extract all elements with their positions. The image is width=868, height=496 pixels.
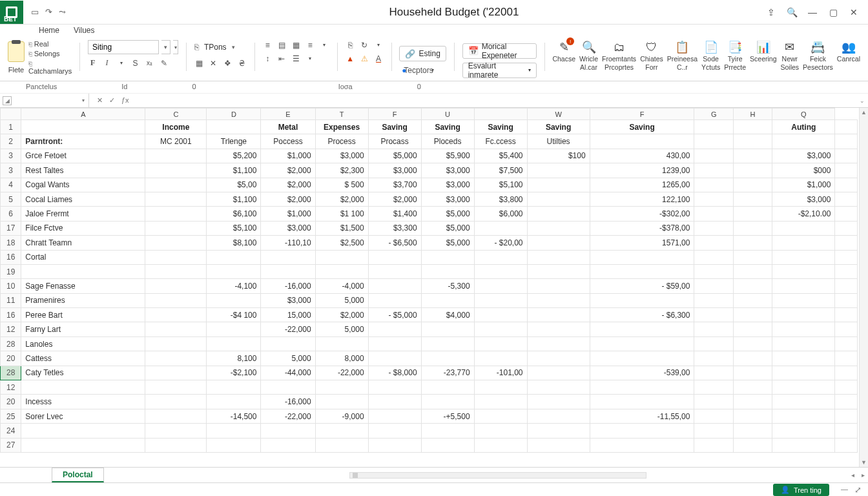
cell[interactable]: $3,000	[421, 192, 474, 206]
row-header[interactable]: 4	[1, 178, 21, 192]
cell[interactable]: $5,000	[421, 236, 474, 250]
cell[interactable]: $3,000	[261, 293, 315, 307]
cell[interactable]: $5,200	[207, 149, 261, 163]
cell[interactable]: $1,100	[207, 192, 261, 206]
highlight-button[interactable]: ✎	[159, 58, 169, 68]
cell[interactable]: $3,300	[368, 221, 421, 235]
cell[interactable]	[315, 438, 368, 452]
cell[interactable]: 5,000	[315, 322, 368, 336]
row-header[interactable]: 5	[1, 192, 21, 206]
warning-icon[interactable]: ▲	[346, 54, 355, 63]
cell[interactable]	[527, 293, 590, 307]
cell[interactable]	[207, 293, 261, 307]
align-drop-icon[interactable]: ▾	[320, 40, 329, 50]
cell[interactable]	[835, 250, 858, 264]
cell[interactable]: - $6,500	[368, 236, 421, 250]
cell[interactable]	[368, 395, 421, 409]
cell[interactable]: -$4 100	[207, 308, 261, 322]
cell[interactable]: $1,100	[207, 163, 261, 178]
cell[interactable]: 5,000	[315, 293, 368, 307]
cell[interactable]: 5,000	[261, 351, 315, 366]
cell[interactable]	[315, 250, 368, 264]
cell[interactable]	[421, 351, 474, 366]
cell[interactable]	[590, 424, 694, 438]
cell[interactable]	[207, 120, 261, 134]
cell[interactable]: - $59,00	[590, 279, 694, 293]
select-all-icon[interactable]: ◢	[3, 96, 12, 105]
cell[interactable]	[315, 380, 368, 395]
cell[interactable]	[527, 163, 590, 178]
cell[interactable]: Cocal Liames	[21, 192, 145, 206]
cell[interactable]	[694, 192, 733, 206]
cell[interactable]	[772, 279, 835, 293]
cell[interactable]: - $20,00	[474, 236, 527, 250]
wrap-drop-icon[interactable]: ▾	[305, 54, 315, 63]
cell[interactable]: -16,000	[261, 279, 315, 293]
cell[interactable]	[527, 250, 590, 264]
cell[interactable]: Rest Taltes	[21, 163, 145, 178]
cell[interactable]	[772, 322, 835, 336]
border-x-button[interactable]: ✕	[209, 58, 218, 68]
cell[interactable]	[694, 424, 733, 438]
cell[interactable]: Saving	[474, 120, 527, 134]
cell[interactable]	[835, 424, 858, 438]
cell[interactable]	[694, 438, 733, 452]
row-header[interactable]: 20	[1, 351, 21, 366]
indent-decrease-icon[interactable]: ⇤	[277, 54, 287, 63]
cell[interactable]	[368, 293, 421, 307]
cell[interactable]	[21, 264, 145, 278]
cell[interactable]	[772, 264, 835, 278]
cell[interactable]	[527, 264, 590, 278]
ribbon-command[interactable]: 📑TyirePrrecte	[724, 40, 746, 71]
cell[interactable]	[733, 178, 772, 192]
ribbon-command[interactable]: 🛡ChiatesForr	[640, 40, 663, 71]
format-icon[interactable]: ⎘	[194, 43, 199, 52]
fill-button[interactable]: ❖	[223, 58, 232, 68]
cell[interactable]	[207, 424, 261, 438]
cell[interactable]: Income	[145, 120, 207, 134]
cell[interactable]: Cogal Wants	[21, 178, 145, 192]
cell[interactable]	[474, 293, 527, 307]
cell[interactable]: Fc.ccess	[474, 134, 527, 149]
row-header[interactable]: 1	[1, 120, 21, 134]
cell[interactable]: Filce Fctve	[21, 221, 145, 235]
column-header[interactable]: Q	[772, 108, 835, 120]
row-header[interactable]: 11	[1, 293, 21, 307]
font-size-dropdown-icon[interactable]: ▾	[173, 40, 178, 54]
scroll-right-icon[interactable]: ▸	[858, 471, 868, 479]
cell[interactable]: Saving	[527, 120, 590, 134]
cell[interactable]	[207, 380, 261, 395]
cell[interactable]	[145, 192, 207, 206]
cell[interactable]	[694, 250, 733, 264]
cell[interactable]	[835, 192, 858, 206]
cell[interactable]	[835, 149, 858, 163]
cell[interactable]	[772, 236, 835, 250]
cell[interactable]	[835, 380, 858, 395]
cell[interactable]	[694, 264, 733, 278]
cell[interactable]	[145, 279, 207, 293]
cell[interactable]: $3,800	[474, 192, 527, 206]
cell[interactable]: Grce Fetoet	[21, 149, 145, 163]
font-name-input[interactable]	[88, 40, 159, 54]
maximize-button[interactable]: ▢	[828, 7, 838, 17]
cell[interactable]: -110,10	[261, 236, 315, 250]
cell[interactable]: $3,000	[261, 221, 315, 235]
cell[interactable]: Chratt Teamn	[21, 236, 145, 250]
cell[interactable]: 1265,00	[590, 178, 694, 192]
cell[interactable]: Pramenires	[21, 293, 145, 307]
cell[interactable]	[527, 221, 590, 235]
rotate-drop-icon[interactable]: ▾	[374, 40, 384, 50]
tecptors-label[interactable]: Tecptors	[413, 65, 423, 75]
warning2-icon[interactable]: ⚠	[360, 54, 369, 63]
cell[interactable]	[207, 438, 261, 452]
column-header[interactable]: T	[315, 108, 368, 120]
cell[interactable]	[315, 395, 368, 409]
cell[interactable]	[835, 207, 858, 221]
cell[interactable]: $2,000	[315, 308, 368, 322]
cell[interactable]	[474, 279, 527, 293]
cell[interactable]: Poccess	[261, 134, 315, 149]
cell[interactable]	[421, 336, 474, 351]
cell[interactable]	[733, 366, 772, 380]
cell[interactable]	[527, 336, 590, 351]
cell[interactable]	[694, 134, 733, 149]
